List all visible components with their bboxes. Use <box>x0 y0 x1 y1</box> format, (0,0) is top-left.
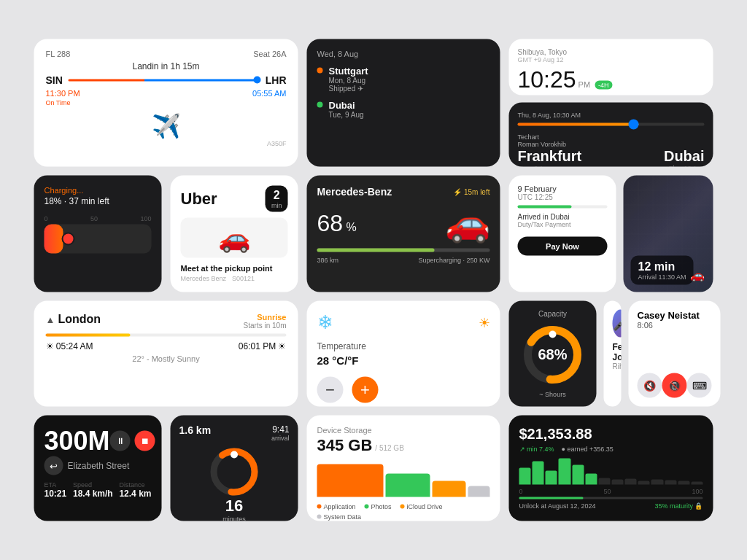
col4row3: Capacity 68% ~ Shours 🎤 <box>509 301 713 407</box>
fto: LHR <box>266 74 287 86</box>
mute-button[interactable]: 🔇 <box>638 373 662 398</box>
snow-icon: ❄ <box>317 311 333 334</box>
lsl: Sunrise <box>244 313 287 322</box>
ndv: 12.4 km <box>119 489 151 499</box>
plus-button[interactable]: + <box>352 377 379 403</box>
tpct: 68 <box>317 209 344 236</box>
fat: 05:55 AM <box>252 89 286 98</box>
cl: Shibuya, Tokyo <box>518 48 705 56</box>
capacity-widget: Capacity 68% ~ Shours <box>509 301 597 407</box>
stop-icon[interactable]: ⏹ <box>135 431 155 451</box>
ff100: 100 <box>692 488 703 495</box>
ld: 22° - Mostly Sunny <box>46 354 287 363</box>
nsv: 18.4 km/h <box>73 489 113 499</box>
capp: 68% <box>538 346 567 363</box>
ff50: 50 <box>603 488 611 495</box>
ssize: 345 GB <box>317 436 373 455</box>
mnml: minutes <box>222 516 246 521</box>
tkm: 386 km <box>317 257 339 264</box>
sun-icon2: ☀ <box>479 314 490 330</box>
music-avatar: 🎤 <box>613 310 622 338</box>
nel: ETA <box>44 481 67 489</box>
ctz: GMT +9 Aug 12 <box>518 56 705 63</box>
fm: 35% maturity 🔒 <box>654 502 703 510</box>
bs0: 0 <box>44 215 48 222</box>
storage-bars <box>317 461 490 497</box>
london-widget: ▲ London Sunrise Starts in 10m ☀ 05:24 A… <box>34 301 298 407</box>
battery-widget: Charging... 18% · 37 min left 0 50 100 <box>34 176 162 292</box>
f2p: Roman Vorokhib <box>518 141 582 148</box>
music-widget: 🎤 28 / 354 ● Fearless Journey Rihanna <box>604 301 622 407</box>
pkg-c2d: Tue, 9 Aug <box>329 111 364 119</box>
tbadge: ⚡ 15m left <box>453 187 489 195</box>
mt: 12 min <box>638 260 686 273</box>
upl: S00121 <box>232 275 255 282</box>
ptime: 8:06 <box>638 321 712 330</box>
mnkm: 1.6 km <box>179 424 212 442</box>
fst: On Time <box>46 99 71 106</box>
plane-emoji: ✈️ <box>152 112 181 140</box>
bs: Charging... <box>44 186 152 195</box>
mna: arrival <box>271 435 290 442</box>
finance-chart <box>519 457 703 485</box>
ct: 10:25 <box>518 66 576 93</box>
pkg-d: Wed, 8 Aug <box>317 50 490 58</box>
bp: 18% · 37 min left <box>44 196 152 206</box>
ubu: min <box>271 202 282 209</box>
ndl: Distance <box>119 481 151 489</box>
dd: 9 February <box>518 184 608 193</box>
col4row1: Shibuya, Tokyo GMT +9 Aug 12 10:25 PM -4… <box>509 39 713 167</box>
caps: ~ Shours <box>539 391 565 398</box>
tl: Temperature <box>317 341 490 351</box>
f2td: Thu, 10 Aug <box>664 165 705 167</box>
package-widget: Wed, 8 Aug Stuttgart Mon, 8 Aug Shipped … <box>307 39 500 167</box>
keypad-button[interactable]: ⌨ <box>687 373 712 398</box>
ful: Unlock at August 12, 2024 <box>519 502 596 510</box>
cb: -4H <box>595 81 613 90</box>
tv: 28 °C/°F <box>317 354 490 367</box>
pause-icon[interactable]: ⏸ <box>110 431 131 451</box>
nav-arrow: ▲ <box>46 314 55 324</box>
nav-widget: 300M ⏸ ⏹ ↩ Elizabeth Street ETA 10:21 Sp… <box>34 416 162 521</box>
um: Meet at the pickup point <box>181 264 288 273</box>
main-wrapper: FL 288 Seat 26A Landin in 1h 15m SIN LHR… <box>0 0 747 560</box>
back-icon[interactable]: ↩ <box>44 456 63 475</box>
end-call-button[interactable]: 📵 <box>662 373 687 398</box>
pkg-c1: Stuttgart <box>329 66 368 77</box>
minus-button[interactable]: − <box>317 377 344 403</box>
svg-point-3 <box>549 331 557 338</box>
fs2: ● earned +356.35 <box>562 446 614 453</box>
ut: Uber <box>181 190 217 209</box>
da: Arrived in Dubai <box>518 213 608 221</box>
clock-widget: Shibuya, Tokyo GMT +9 Aug 12 10:25 PM -4… <box>509 39 713 96</box>
svg-point-6 <box>231 451 238 459</box>
tch: Supercharging · 250 KW <box>418 257 489 264</box>
map-car-icon: 🚗 <box>690 268 705 282</box>
lss: Starts in 10m <box>244 322 287 330</box>
ev-widget: Mercedes-Benz ⚡ 15m left 68 % 🚗 386 km S… <box>307 176 500 292</box>
col4row2: 9 February UTC 12:25 Arrived in Dubai Du… <box>509 176 713 292</box>
ff0: 0 <box>519 488 523 495</box>
pkg-c1d: Mon, 8 Aug <box>329 77 368 85</box>
storage-legend: Application Photos iCloud Drive System D… <box>317 503 490 521</box>
fdt: 11:30 PM <box>46 89 80 98</box>
nst: Elizabeth Street <box>68 461 130 471</box>
mnt: 9:41 <box>271 424 290 435</box>
fmodel: A350F <box>46 140 287 147</box>
cp: PM <box>578 80 591 89</box>
f2fd: Mon, 6 Aug <box>518 165 582 167</box>
f2h: Thu, 8 Aug, 10:30 AM <box>518 112 705 119</box>
map-widget: 12 min Arrival 11:30 AM 🚗 <box>624 176 713 292</box>
finance-widget: $21,353.88 ↗ min 7.4% ● earned +356.35 <box>509 416 713 521</box>
stotal: / 512 GB <box>375 444 403 452</box>
pname: Casey Neistat <box>638 310 712 321</box>
fl: Landin in 1h 15m <box>46 61 287 71</box>
pay-button[interactable]: Pay Now <box>518 237 608 256</box>
flight-widget: FL 288 Seat 26A Landin in 1h 15m SIN LHR… <box>34 39 298 167</box>
flight2-widget: Thu, 8 Aug, 10:30 AM Techart Roman Vorok… <box>509 103 713 167</box>
capl: Capacity <box>538 310 567 318</box>
ubt: 2 <box>271 189 282 202</box>
fs1: ↗ min 7.4% <box>519 446 554 453</box>
fa: $21,353.88 <box>519 426 703 443</box>
uber-car-icon: 🚗 <box>218 222 251 253</box>
